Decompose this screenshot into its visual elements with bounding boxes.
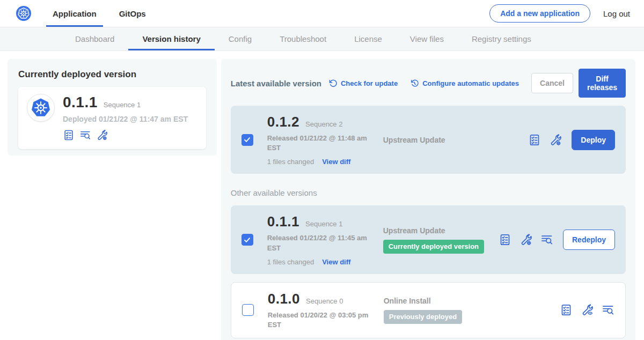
- edit-config-icon[interactable]: [519, 233, 532, 246]
- version-actions: Deploy: [528, 130, 615, 150]
- checkmark-icon: [243, 136, 251, 144]
- deploy-button[interactable]: Deploy: [572, 130, 615, 150]
- currently-deployed-panel: Currently deployed version 0.1: [8, 59, 217, 156]
- deployed-version-number: 0.1.1: [63, 94, 98, 111]
- deploy-logs-icon[interactable]: [540, 233, 553, 246]
- version-diff-summary: 1 files changed View diff: [267, 258, 381, 266]
- deploy-logs-icon[interactable]: [79, 129, 91, 141]
- deployed-version-actions: [63, 129, 188, 141]
- version-status-badge: Previously deployed: [384, 310, 462, 324]
- logout-button[interactable]: Log out: [603, 9, 630, 18]
- tab-troubleshoot[interactable]: Troubleshoot: [266, 27, 340, 50]
- version-source-label: Upstream Update: [383, 136, 529, 144]
- add-application-button[interactable]: Add a new application: [489, 4, 590, 23]
- check-for-update-link[interactable]: Check for update: [328, 79, 398, 88]
- version-number: 0.1.0: [268, 291, 300, 307]
- version-card: 0.1.0 Sequence 0 Released 01/20/22 @ 03:…: [231, 282, 626, 338]
- deployed-panel-title: Currently deployed version: [18, 69, 206, 80]
- deployed-timestamp: Deployed 01/21/22 @ 11:47 am EST: [63, 115, 188, 123]
- deployed-version-card: 0.1.1 Sequence 1 Deployed 01/21/22 @ 11:…: [18, 87, 206, 149]
- version-select-checkbox[interactable]: [242, 304, 254, 316]
- version-source: Online Install Previously deployed: [382, 297, 560, 324]
- edit-config-icon[interactable]: [96, 129, 108, 141]
- version-source-label: Upstream Update: [383, 226, 499, 235]
- tab-gitops[interactable]: GitOps: [113, 0, 152, 27]
- topnav-actions: Add a new application Log out: [489, 0, 630, 27]
- tab-registry-settings[interactable]: Registry settings: [458, 27, 545, 50]
- version-sequence: Sequence 1: [305, 220, 342, 228]
- version-info: 0.1.0 Sequence 0 Released 01/20/22 @ 03:…: [268, 291, 382, 330]
- version-history-panel: Latest available version Check for updat…: [221, 59, 635, 340]
- version-released-timestamp: Released 01/21/22 @ 11:45 am EST: [267, 233, 374, 253]
- schedule-update-icon: [410, 79, 419, 88]
- latest-version-list: 0.1.2 Sequence 2 Released 01/21/22 @ 11:…: [231, 106, 626, 174]
- other-versions-list: 0.1.1 Sequence 1 Released 01/21/22 @ 11:…: [231, 205, 626, 338]
- version-card: 0.1.1 Sequence 1 Released 01/21/22 @ 11:…: [231, 205, 626, 274]
- view-config-icon[interactable]: [581, 304, 594, 316]
- version-status-badge: Currently deployed version: [383, 240, 484, 254]
- app-section-tabs: DashboardVersion historyConfigTroublesho…: [0, 27, 644, 51]
- files-changed-label: 1 files changed: [267, 158, 314, 166]
- tab-config[interactable]: Config: [215, 27, 266, 50]
- preflight-checks-icon[interactable]: [528, 134, 541, 146]
- version-released-timestamp: Released 01/21/22 @ 11:48 am EST: [267, 134, 374, 153]
- deploy-button[interactable]: Redeploy: [563, 230, 615, 250]
- app-icon: [27, 94, 55, 122]
- configure-automatic-updates-link[interactable]: Configure automatic updates: [410, 79, 519, 88]
- app-tabs: ApplicationGitOps: [46, 0, 152, 27]
- version-info: 0.1.2 Sequence 2 Released 01/21/22 @ 11:…: [267, 114, 381, 166]
- version-sequence: Sequence 2: [305, 120, 342, 128]
- diff-controls: Cancel Diff releases: [531, 69, 626, 98]
- version-sequence: Sequence 0: [306, 297, 343, 305]
- deploy-logs-icon[interactable]: [602, 304, 614, 316]
- cancel-button[interactable]: Cancel: [531, 73, 573, 93]
- diff-releases-button[interactable]: Diff releases: [579, 69, 626, 98]
- tab-application[interactable]: Application: [46, 0, 103, 27]
- view-diff-link[interactable]: View diff: [322, 158, 350, 166]
- tab-license[interactable]: License: [340, 27, 396, 50]
- other-versions-header: Other available versions: [231, 188, 626, 197]
- version-number: 0.1.2: [267, 114, 299, 130]
- checkmark-icon: [243, 236, 251, 244]
- tab-dashboard[interactable]: Dashboard: [61, 27, 128, 50]
- preflight-checks-icon[interactable]: [63, 129, 75, 141]
- version-source-label: Online Install: [384, 297, 560, 305]
- preflight-checks-icon[interactable]: [499, 233, 511, 246]
- tab-version-history[interactable]: Version history: [128, 27, 214, 50]
- version-select-checkbox[interactable]: [241, 134, 253, 146]
- version-source: Upstream Update: [381, 136, 529, 144]
- view-diff-link[interactable]: View diff: [322, 258, 350, 266]
- preflight-checks-icon[interactable]: [560, 304, 573, 316]
- version-number: 0.1.1: [267, 213, 299, 230]
- edit-config-icon[interactable]: [549, 134, 562, 146]
- latest-version-header: Latest available version Check for updat…: [231, 69, 626, 98]
- version-select-checkbox[interactable]: [241, 234, 253, 246]
- version-actions: Redeploy: [499, 230, 615, 250]
- latest-version-title: Latest available version: [231, 79, 321, 88]
- deployed-version-details: 0.1.1 Sequence 1 Deployed 01/21/22 @ 11:…: [63, 94, 188, 141]
- refresh-icon: [328, 79, 338, 88]
- tab-view-files[interactable]: View files: [396, 27, 458, 50]
- version-info: 0.1.1 Sequence 1 Released 01/21/22 @ 11:…: [267, 213, 381, 265]
- version-diff-summary: 1 files changed View diff: [267, 158, 381, 166]
- files-changed-label: 1 files changed: [267, 258, 314, 266]
- main-content: Currently deployed version 0.1: [0, 51, 644, 340]
- kubernetes-logo-icon: [16, 0, 31, 27]
- version-released-timestamp: Released 01/20/22 @ 03:05 pm EST: [268, 311, 374, 330]
- topnav-spacer: [152, 0, 489, 27]
- version-actions: [560, 304, 614, 316]
- deployed-version-sequence: Sequence 1: [104, 101, 141, 109]
- version-source: Upstream Update Currently deployed versi…: [381, 226, 499, 254]
- version-card: 0.1.2 Sequence 2 Released 01/21/22 @ 11:…: [231, 106, 626, 174]
- top-navigation: ApplicationGitOps Add a new application …: [0, 0, 644, 27]
